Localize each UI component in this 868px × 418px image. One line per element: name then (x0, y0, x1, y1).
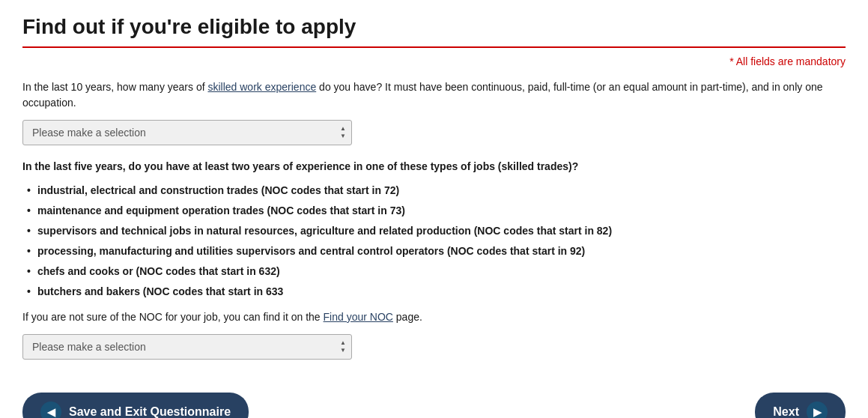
page-title: Find out if you're eligible to apply (22, 15, 846, 39)
question2-text: In the last five years, do you have at l… (22, 159, 846, 175)
list-item: butchers and bakers (NOC codes that star… (37, 282, 846, 302)
find-your-noc-link[interactable]: Find your NOC (324, 311, 393, 323)
question2-select[interactable]: Please make a selection (22, 334, 352, 360)
question1-select-wrapper: Please make a selection (22, 120, 352, 145)
footer-bar: ◀ Save and Exit Questionnaire Next ▶ (22, 385, 846, 418)
question1-text: In the last 10 years, how many years of … (22, 79, 846, 111)
save-exit-button[interactable]: ◀ Save and Exit Questionnaire (22, 393, 249, 418)
list-item: industrial, electrical and construction … (37, 181, 846, 201)
noc-info: If you are not sure of the NOC for your … (22, 309, 846, 325)
title-divider (22, 46, 846, 48)
list-item: processing, manufacturing and utilities … (37, 241, 846, 261)
list-item: chefs and cooks or (NOC codes that start… (37, 261, 846, 282)
skilled-work-experience-link[interactable]: skilled work experience (207, 81, 316, 93)
question2-select-wrapper: Please make a selection (22, 334, 352, 360)
list-item: maintenance and equipment operation trad… (37, 201, 846, 221)
question1-select[interactable]: Please make a selection (22, 120, 352, 145)
next-icon: ▶ (807, 402, 828, 418)
trades-list: industrial, electrical and construction … (37, 181, 846, 302)
next-button[interactable]: Next ▶ (755, 393, 846, 418)
mandatory-note: * All fields are mandatory (22, 55, 846, 67)
list-item: supervisors and technical jobs in natura… (37, 221, 846, 241)
back-icon: ◀ (40, 402, 61, 418)
